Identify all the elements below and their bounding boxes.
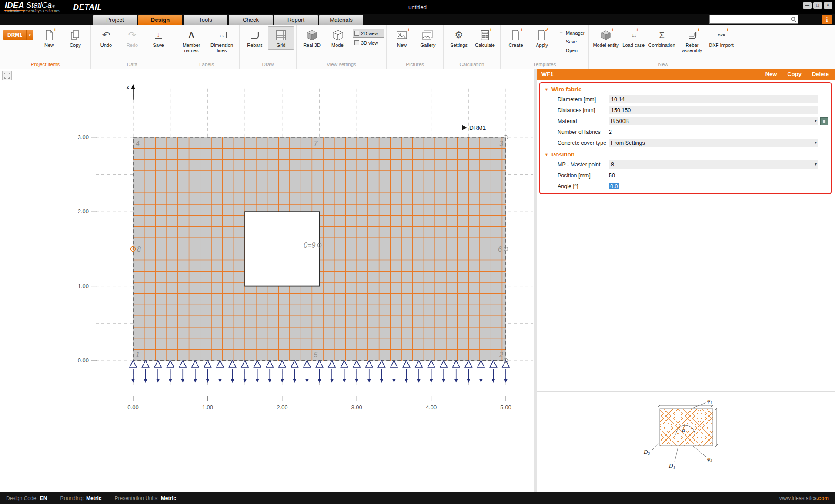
ribbon-group-label: Draw bbox=[242, 61, 294, 69]
design-code-item: Design Code: EN bbox=[6, 495, 47, 501]
section-position[interactable]: ▼ Position bbox=[540, 148, 831, 159]
search-box[interactable] bbox=[709, 15, 798, 24]
angle-input-selected[interactable]: 0.0 bbox=[609, 183, 619, 189]
collapse-triangle-icon[interactable]: ▼ bbox=[544, 153, 548, 157]
template-manager-button[interactable]: ≡ Manager bbox=[557, 29, 586, 37]
project-item-combo[interactable]: DRM1 ▾ bbox=[3, 30, 33, 40]
material-select[interactable]: B 500B ▾ bbox=[609, 117, 818, 125]
node-label: 4 bbox=[136, 140, 140, 147]
tab-tools[interactable]: Tools bbox=[184, 15, 227, 25]
template-create-button[interactable]: + Create bbox=[503, 26, 529, 50]
support-icon bbox=[465, 361, 472, 367]
rebars-button[interactable]: Rebars bbox=[242, 26, 268, 50]
tab-report[interactable]: Report bbox=[274, 15, 318, 25]
ribbon-group-new: + Model entity ↓↓+ Load case Σ Combinati… bbox=[589, 25, 738, 69]
dxf-import-button[interactable]: DXF+ DXF Import bbox=[708, 26, 735, 50]
reaction-arrow-head bbox=[181, 379, 184, 383]
plus-icon: + bbox=[611, 27, 615, 33]
x-tick-label: 1.00 bbox=[202, 404, 213, 411]
calculate-button[interactable]: + Calculate bbox=[472, 26, 498, 50]
rounding-item: Rounding: Metric bbox=[60, 495, 101, 501]
template-apply-button[interactable]: ✓ Apply bbox=[529, 26, 555, 50]
app-name: DETAIL bbox=[73, 3, 102, 12]
search-input[interactable] bbox=[710, 17, 791, 23]
save-button[interactable]: ↓ Save bbox=[145, 26, 171, 50]
position-value[interactable]: 50 bbox=[609, 172, 615, 179]
x-tick-label: 2.00 bbox=[277, 404, 287, 411]
support-icon bbox=[130, 361, 137, 367]
undo-button[interactable]: ↶ Undo bbox=[93, 26, 119, 50]
panel-new-button[interactable]: New bbox=[765, 71, 777, 77]
reaction-arrow-head bbox=[417, 379, 421, 383]
grid-button[interactable]: Grid bbox=[268, 26, 294, 50]
template-save-button[interactable]: ↓ Save bbox=[557, 37, 586, 46]
node-label: 6 bbox=[498, 245, 502, 253]
undo-icon: ↶ bbox=[102, 28, 110, 43]
concrete-cover-select[interactable]: From Settings ▾ bbox=[609, 139, 818, 147]
plus-icon: + bbox=[726, 27, 729, 33]
support-icon bbox=[341, 361, 348, 367]
maximize-button[interactable]: □ bbox=[813, 2, 822, 9]
info-button[interactable]: i bbox=[822, 15, 832, 24]
material-detail-button[interactable]: ≡ bbox=[820, 117, 828, 125]
chevron-down-icon[interactable]: ▾ bbox=[815, 118, 817, 123]
reaction-arrow-head bbox=[194, 379, 197, 383]
gallery-button[interactable]: Gallery bbox=[415, 26, 441, 50]
support-icon bbox=[502, 361, 509, 367]
dimension-lines-button[interactable]: ↔ Dimension lines bbox=[207, 26, 237, 55]
real-3d-button[interactable]: Real 3D bbox=[299, 26, 325, 50]
view-2d-button[interactable]: 2D view bbox=[353, 29, 384, 38]
plus-icon: + bbox=[407, 27, 410, 33]
ribbon-group-label: Project items bbox=[2, 61, 88, 69]
number-of-fabrics-value[interactable]: 2 bbox=[609, 129, 612, 135]
member-names-button[interactable]: A Member names bbox=[176, 26, 207, 55]
support-icon bbox=[291, 361, 298, 367]
reaction-arrow-head bbox=[218, 379, 222, 383]
load-case-button[interactable]: ↓↓+ Load case bbox=[621, 26, 647, 50]
redo-button[interactable]: ↷ Redo bbox=[119, 26, 145, 50]
panel-delete-button[interactable]: Delete bbox=[812, 71, 829, 77]
panel-copy-button[interactable]: Copy bbox=[787, 71, 802, 77]
manager-icon: ≡ bbox=[558, 30, 564, 36]
chevron-down-icon[interactable]: ▾ bbox=[815, 140, 817, 145]
section-wire-fabric[interactable]: ▼ Wire fabric bbox=[540, 83, 831, 94]
model-view-button[interactable]: Model bbox=[325, 26, 351, 50]
combination-button[interactable]: Σ Combination bbox=[647, 26, 677, 50]
chevron-down-icon[interactable]: ▾ bbox=[815, 162, 817, 166]
tab-materials[interactable]: Materials bbox=[319, 15, 363, 25]
phi2-label: φ₂ bbox=[707, 455, 712, 462]
diameters-input[interactable]: 10 14 bbox=[609, 95, 818, 103]
ribbon-group-label: Labels bbox=[176, 61, 237, 69]
chevron-down-icon[interactable]: ▾ bbox=[26, 30, 33, 40]
template-open-button[interactable]: ↑ Open bbox=[557, 46, 586, 54]
x-tick-label: 4.00 bbox=[426, 404, 437, 411]
support-icon bbox=[192, 361, 199, 367]
close-button[interactable]: × bbox=[824, 2, 832, 9]
ribbon-group-view-settings: Real 3D Model 2D view 3D view View setti… bbox=[297, 25, 387, 69]
panel-divider bbox=[537, 391, 835, 392]
model-canvas[interactable]: zDRM10.001.002.003.004.005.000.001.002.0… bbox=[0, 69, 534, 492]
master-point-select[interactable]: 8 ▾ bbox=[609, 160, 818, 169]
rebar-assembly-button[interactable]: + Rebar assembly bbox=[677, 26, 708, 55]
tab-project[interactable]: Project bbox=[93, 15, 137, 25]
dimension-lines-icon: ↔ bbox=[217, 32, 227, 38]
collapse-triangle-icon[interactable]: ▼ bbox=[544, 87, 548, 92]
tab-check[interactable]: Check bbox=[229, 15, 273, 25]
fit-view-button[interactable] bbox=[2, 71, 12, 80]
search-icon[interactable] bbox=[791, 17, 798, 22]
x-tick-label: 0.00 bbox=[127, 404, 138, 411]
view-3d-button[interactable]: 3D view bbox=[353, 38, 384, 47]
plus-icon: + bbox=[697, 27, 701, 33]
new-project-item-button[interactable]: + New bbox=[36, 26, 62, 50]
distances-input[interactable]: 150 150 bbox=[609, 106, 818, 114]
minimize-button[interactable]: — bbox=[803, 2, 812, 9]
calculator-icon bbox=[481, 30, 489, 40]
model-entity-button[interactable]: + Model entity bbox=[591, 26, 620, 50]
new-picture-button[interactable]: + New bbox=[389, 26, 415, 50]
row-material: Material B 500B ▾ ≡ bbox=[540, 116, 831, 126]
settings-button[interactable]: ⚙ Settings bbox=[446, 26, 472, 50]
tab-design[interactable]: Design bbox=[138, 15, 182, 25]
titlebar: IDEA StatiCa ® Calculate yesterday's est… bbox=[0, 0, 835, 14]
copy-project-item-button[interactable]: Copy bbox=[62, 26, 88, 50]
website-link[interactable]: www.ideastatica .com bbox=[779, 495, 835, 501]
